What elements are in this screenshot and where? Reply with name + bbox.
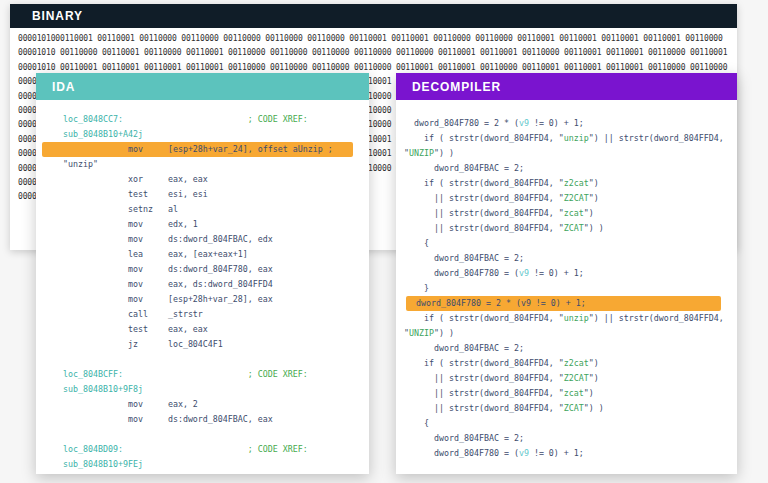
code-line: setnz al [36,202,369,217]
decompiler-code: dword_804F780 = 2 * (v9 != 0) + 1; if ( … [396,100,737,461]
code-segment-asm: != 0) + 1; [529,268,584,278]
code-segment-label: sub_8048B10+9F8j [63,384,143,394]
code-segment-asm: if ( strstr(dword_804FFD4, " [404,178,564,188]
code-segment-asm: ") [584,388,594,398]
code-line: { [396,416,737,431]
code-segment-asm: lea eax, [eax+eax+1] [63,249,248,259]
code-line: mov eax, ds:dword_804FFD4 [36,277,369,292]
code-segment-asm: mov ds:dword_804FBAC, eax [63,414,273,424]
code-line: if ( strstr(dword_804FFD4, "unzip") || s… [396,131,737,146]
code-segment-string: ZCAT [564,403,584,413]
code-line: dword_804F780 = 2 * (v9 != 0) + 1; [396,116,737,131]
decompiler-highlight-line[interactable]: dword_804F780 = 2 * (v9 != 0) + 1; [406,296,721,311]
code-segment-asm: ") || strstr(dword_804FFD4, [589,313,724,323]
code-segment-asm: ") ) [584,403,604,413]
code-line: || strstr(dword_804FFD4, "zcat") [396,206,737,221]
code-segment-comment: ; CODE XREF: [248,369,308,379]
code-segment-asm: dword_804F780 = ( [404,448,519,458]
code-segment-asm: { [404,238,429,248]
code-segment-asm: mov [esp+28h+var_24], offset aUnzip ; [63,144,333,154]
code-segment-asm: ") || strstr(dword_804FFD4, [589,133,724,143]
code-segment-asm: mov ds:dword_804F780, eax [63,264,273,274]
code-segment-asm: ") [589,178,599,188]
code-line: } [396,281,737,296]
code-line: mov ds:dword_804FBAC, edx [36,232,369,247]
code-segment-variable: v9 [519,268,529,278]
code-segment-string: ZCAT [564,223,584,233]
code-segment-asm: mov ds:dword_804FBAC, edx [63,234,273,244]
code-segment-asm: ") ) [584,223,604,233]
code-line: test eax, eax [36,322,369,337]
code-segment-asm: || strstr(dword_804FFD4, " [404,193,564,203]
code-segment-asm: dword_804F780 = 2 * (v9 != 0) + 1; [406,298,586,308]
code-segment-asm: mov [esp+28h+var_28], eax [63,294,273,304]
ida-code: loc_8048CC7: ; CODE XREF:sub_8048B10+A42… [36,100,369,472]
code-segment-asm: setnz al [63,204,178,214]
decompiler-panel-header: DECOMPILER [396,73,737,100]
code-line: loc_804BD09: ; CODE XREF: [36,442,369,457]
code-segment-string: unzip [564,313,589,323]
code-segment-asm: test eax, eax [63,324,208,334]
code-segment-asm: ") [589,373,599,383]
code-segment-asm: mov eax, ds:dword_804FFD4 [63,279,273,289]
code-segment-asm: if ( strstr(dword_804FFD4, " [404,358,564,368]
binary-panel-header: BINARY [10,4,737,28]
code-line: || strstr(dword_804FFD4, "Z2CAT") [396,371,737,386]
code-segment-label: loc_804BCFF: [63,369,123,379]
code-line: xor eax, eax [36,172,369,187]
code-segment-asm: if ( strstr(dword_804FFD4, " [404,313,564,323]
code-line: sub_8048B10+A42j [36,127,369,142]
code-segment-label: sub_8048B10+A42j [63,129,143,139]
code-segment-asm: call _strstr [63,309,203,319]
code-segment-asm: dword_804FBAC = 2; [404,433,524,443]
code-line: test esi, esi [36,187,369,202]
code-line: dword_804FBAC = 2; [396,341,737,356]
code-segment-label: loc_8048CC7: [63,114,123,124]
code-line: loc_804BCFF: ; CODE XREF: [36,367,369,382]
code-segment-string: UNZIP [409,148,434,158]
code-segment-label: sub_8048B10+9FEj [63,459,143,469]
code-line: "UNZIP") ) [396,326,737,341]
code-line: || strstr(dword_804FFD4, "zcat") [396,386,737,401]
code-segment-asm: ") [584,208,594,218]
binary-line: 00001010 00110000 00110001 00110000 0011… [18,46,737,60]
ida-highlight-line[interactable]: mov [esp+28h+var_24], offset aUnzip ; [42,142,353,157]
binary-panel-title: BINARY [32,9,83,23]
code-segment-asm: dword_804FBAC = 2; [404,163,524,173]
code-segment-comment: ; CODE XREF: [248,444,308,454]
code-segment-asm [123,114,248,124]
code-line: dword_804FBAC = 2; [396,251,737,266]
code-segment-asm: || strstr(dword_804FFD4, " [404,373,564,383]
code-line [36,427,369,442]
code-line: dword_804F780 = (v9 != 0) + 1; [396,446,737,461]
code-segment-string: z2cat [564,178,589,188]
code-segment-label: loc_804BD09: [63,444,123,454]
code-segment-variable: v9 [519,448,529,458]
code-line: dword_804F780 = (v9 != 0) + 1; [396,266,737,281]
code-segment-asm: || strstr(dword_804FFD4, " [404,208,564,218]
code-segment-asm: } [404,283,429,293]
code-segment-asm: xor eax, eax [63,174,208,184]
code-segment-asm: mov edx, 1 [63,219,198,229]
code-segment-variable: v9 [519,118,529,128]
ida-panel: IDA loc_8048CC7: ; CODE XREF:sub_8048B10… [36,73,369,474]
code-line: mov [esp+28h+var_28], eax [36,292,369,307]
code-line: jz loc_804C4F1 [36,337,369,352]
code-segment-string: zcat [564,388,584,398]
code-segment-string: UNZIP [409,328,434,338]
code-line: if ( strstr(dword_804FFD4, "z2cat") [396,176,737,191]
code-line: || strstr(dword_804FFD4, "ZCAT") ) [396,401,737,416]
code-segment-asm: || strstr(dword_804FFD4, " [404,403,564,413]
code-segment-asm: if ( strstr(dword_804FFD4, " [404,133,564,143]
code-line: lea eax, [eax+eax+1] [36,247,369,262]
code-segment-string: unzip [564,133,589,143]
code-segment-asm: != 0) + 1; [529,448,584,458]
code-segment-asm: dword_804FBAC = 2; [404,343,524,353]
code-line: loc_8048CC7: ; CODE XREF: [36,112,369,127]
code-line: "UNZIP") ) [396,146,737,161]
code-line: call _strstr [36,307,369,322]
code-line: if ( strstr(dword_804FFD4, "z2cat") [396,356,737,371]
code-segment-string: Z2CAT [564,373,589,383]
app-canvas: BINARY 0000101000110001 00110001 0011000… [0,0,768,483]
decompiler-panel-title: DECOMPILER [412,80,501,94]
